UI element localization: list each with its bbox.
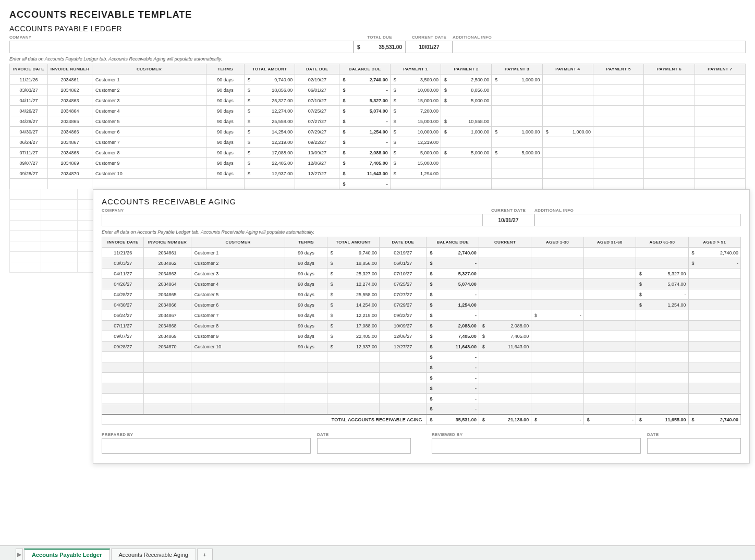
label-company: COMPANY — [9, 35, 354, 40]
reviewed-date-input[interactable] — [647, 438, 741, 454]
aging-current-date: 10/01/27 — [482, 214, 534, 226]
aging-col-2: CUSTOMER — [191, 237, 285, 248]
ledger-col-1: INVOICE NUMBER — [47, 64, 92, 75]
aging-heading: ACCOUNTS RECEIVABLE AGING — [102, 197, 741, 206]
table-row[interactable]: 11/21/262034861Customer 190 days$9,740.0… — [102, 248, 741, 258]
ledger-col-12: PAYMENT 6 — [644, 64, 695, 75]
aging-col-11: AGED > 91 — [688, 237, 740, 248]
table-row[interactable]: $- — [102, 362, 741, 373]
table-row[interactable]: 09/28/272034870Customer 1090 days$12,937… — [10, 168, 746, 179]
aging-label-company: COMPANY — [102, 208, 482, 213]
aging-col-1: INVOICE NUMBER — [144, 237, 191, 248]
ledger-col-5: DATE DUE — [295, 64, 339, 75]
table-row[interactable]: 04/30/272034866Customer 690 days$14,254.… — [10, 127, 746, 137]
aging-col-6: BALANCE DUE — [427, 237, 479, 248]
table-row[interactable]: 04/26/272034864Customer 490 days$12,274.… — [10, 106, 746, 116]
table-row[interactable]: 04/28/272034865Customer 590 days$25,558.… — [102, 289, 741, 300]
aging-note: Enter all data on Accounts Payable Ledge… — [102, 229, 741, 235]
table-row[interactable]: 06/24/272034867Customer 790 days$12,219.… — [10, 137, 746, 148]
aging-company-input[interactable] — [102, 214, 482, 226]
aging-col-5: DATE DUE — [380, 237, 427, 248]
ledger-col-13: PAYMENT 7 — [695, 64, 745, 75]
ledger-col-6: BALANCE DUE — [339, 64, 390, 75]
table-row[interactable]: 09/07/272034869Customer 990 days$22,405.… — [10, 158, 746, 168]
aging-col-8: AGED 1-30 — [531, 237, 583, 248]
reviewed-input[interactable] — [432, 438, 641, 454]
ledger-col-10: PAYMENT 4 — [542, 64, 593, 75]
label-reviewed: REVIEWED BY — [432, 432, 641, 437]
aging-additional-input[interactable] — [534, 214, 741, 226]
label-total-due: TOTAL DUE — [354, 35, 406, 40]
aging-label-additional: ADDITIONAL INFO — [534, 208, 741, 213]
table-row[interactable]: $- — [102, 404, 741, 415]
ledger-col-11: PAYMENT 5 — [593, 64, 643, 75]
additional-input[interactable] — [453, 41, 746, 53]
label-prepared-date: DATE — [317, 432, 411, 437]
aging-col-10: AGED 61-90 — [636, 237, 688, 248]
table-row[interactable]: 04/11/272034863Customer 390 days$25,327.… — [10, 95, 746, 106]
prepared-input[interactable] — [102, 438, 311, 454]
ledger-col-0: INVOICE DATE — [10, 64, 48, 75]
ledger-col-3: TERMS — [206, 64, 245, 75]
total-due-value: $35,531.00 — [354, 41, 406, 53]
table-row[interactable]: 03/03/272034862Customer 290 days$18,856.… — [102, 258, 741, 269]
table-row[interactable]: $- — [102, 373, 741, 383]
table-row[interactable]: $- — [102, 383, 741, 394]
aging-label-current: CURRENT DATE — [482, 208, 534, 213]
aging-col-7: CURRENT — [479, 237, 531, 248]
aging-col-4: TOTAL AMOUNT — [327, 237, 379, 248]
ledger-note: Enter all data on Accounts Payable Ledge… — [9, 56, 746, 62]
aging-col-9: AGED 31-60 — [583, 237, 636, 248]
table-row[interactable]: 06/24/272034867Customer 790 days$12,219.… — [102, 310, 741, 321]
table-row[interactable]: 04/26/272034864Customer 490 days$12,274.… — [102, 279, 741, 289]
current-date-value: 10/01/27 — [406, 41, 453, 53]
label-current-date: CURRENT DATE — [406, 35, 453, 40]
aging-table[interactable]: INVOICE DATEINVOICE NUMBERCUSTOMERTERMST… — [102, 237, 741, 425]
company-input[interactable] — [9, 41, 354, 53]
table-row[interactable]: 04/28/272034865Customer 590 days$25,558.… — [10, 116, 746, 127]
label-prepared: PREPARED BY — [102, 432, 311, 437]
ledger-col-7: PAYMENT 1 — [390, 64, 441, 75]
ledger-heading: ACCOUNTS PAYABLE LEDGER — [9, 25, 746, 33]
aging-col-0: INVOICE DATE — [102, 237, 144, 248]
ledger-col-9: PAYMENT 3 — [492, 64, 542, 75]
page-title: ACCOUNTS RECEIVABLE TEMPLATE — [9, 9, 746, 20]
table-row[interactable]: 09/28/272034870Customer 1090 days$12,937… — [102, 342, 741, 352]
table-row[interactable]: $- — [102, 352, 741, 362]
ledger-col-2: CUSTOMER — [92, 64, 206, 75]
label-reviewed-date: DATE — [647, 432, 741, 437]
aging-col-3: TERMS — [285, 237, 327, 248]
ledger-table[interactable]: INVOICE DATEINVOICE NUMBERCUSTOMERTERMST… — [9, 64, 746, 189]
table-row[interactable]: 09/07/272034869Customer 990 days$22,405.… — [102, 331, 741, 342]
aging-total-label: TOTAL ACCOUNTS RECEIVABLE AGING — [102, 415, 427, 425]
table-row[interactable]: 04/11/272034863Customer 390 days$25,327.… — [102, 269, 741, 279]
table-row[interactable]: 04/30/272034866Customer 690 days$14,254.… — [102, 300, 741, 310]
ledger-col-8: PAYMENT 2 — [441, 64, 492, 75]
label-additional: ADDITIONAL INFO — [453, 35, 746, 40]
table-row[interactable]: $- — [102, 394, 741, 404]
table-row[interactable]: 11/21/262034861Customer 190 days$9,740.0… — [10, 75, 746, 85]
table-row[interactable]: $- — [10, 179, 746, 189]
table-row[interactable]: 07/11/272034868Customer 890 days$17,088.… — [102, 321, 741, 331]
ghost-rows — [9, 189, 93, 273]
prepared-date-input[interactable] — [317, 438, 411, 454]
table-row[interactable]: 03/03/272034862Customer 290 days$18,856.… — [10, 85, 746, 95]
ledger-col-4: TOTAL AMOUNT — [245, 64, 295, 75]
table-row[interactable]: 07/11/272034868Customer 890 days$17,088.… — [10, 148, 746, 158]
